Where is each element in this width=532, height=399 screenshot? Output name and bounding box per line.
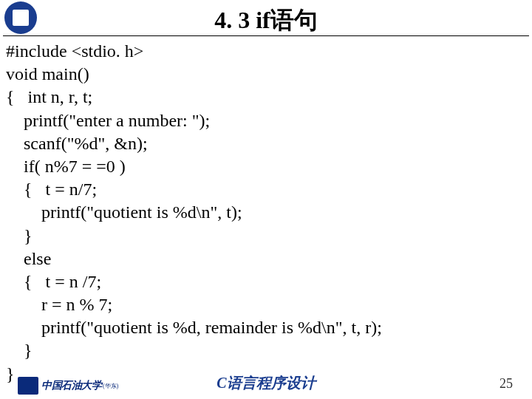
- page-number: 25: [499, 376, 513, 392]
- divider: [3, 35, 529, 36]
- footer: 中国石油大学 (华东) C语言程序设计 25: [0, 372, 532, 399]
- code-block: #include <stdio. h> void main() { int n,…: [6, 40, 526, 386]
- footer-center-title: C语言程序设计: [0, 373, 532, 393]
- slide-title: 4. 3 if语句: [0, 4, 532, 37]
- slide: 4. 3 if语句 #include <stdio. h> void main(…: [0, 0, 532, 399]
